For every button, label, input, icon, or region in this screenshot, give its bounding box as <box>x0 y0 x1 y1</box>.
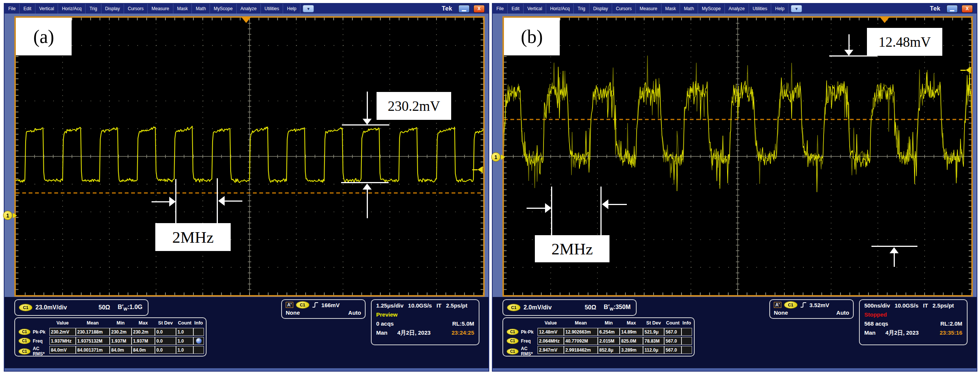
trigger-mode-label: Man <box>864 329 876 336</box>
col-header-max: Max <box>132 319 155 327</box>
channel-1-marker[interactable]: 1 <box>491 152 505 162</box>
col-header-min: Min <box>110 319 132 327</box>
menu-item-help[interactable]: Help <box>771 4 789 14</box>
menu-item-cursors[interactable]: Cursors <box>124 4 148 14</box>
table-cell: 3.289m <box>620 346 643 354</box>
table-cell: 2.947mV <box>538 346 564 354</box>
menu-item-mask[interactable]: Mask <box>662 4 680 14</box>
menu-item-measure[interactable]: Measure <box>636 4 662 14</box>
period-marker-line-right <box>600 187 601 235</box>
measurement-row-label: C1AC RMS* <box>506 346 538 356</box>
channel-1-badge: 1 <box>491 152 501 162</box>
menu-item-measure[interactable]: Measure <box>148 4 173 14</box>
table-cell-info <box>681 328 692 336</box>
menu-item-analyze[interactable]: Analyze <box>725 4 749 14</box>
resolution: 2.5ps/pt <box>446 302 468 309</box>
rising-edge-icon <box>800 302 807 308</box>
channel-1-marker[interactable]: 1 <box>3 211 17 220</box>
table-cell: 14.89m <box>620 328 643 336</box>
menu-items: FileEditVerticalHoriz/AcqTrigDisplayCurs… <box>5 4 301 14</box>
timebase-readout[interactable]: 500ns/div 10.0GS/s IT 2.5ps/pt Stopped 5… <box>859 299 967 345</box>
minimize-button[interactable] <box>947 5 958 13</box>
trigger-mode: None <box>286 310 300 316</box>
menu-item-math[interactable]: Math <box>192 4 210 14</box>
rising-edge-icon <box>312 302 319 308</box>
record-length: RL:2.0M <box>940 320 962 327</box>
menu-item-cursors[interactable]: Cursors <box>612 4 636 14</box>
amplitude-bottom-line <box>872 246 918 247</box>
period-arrow-left-icon <box>602 199 627 209</box>
amplitude-arrow-up-icon <box>889 247 899 267</box>
panel-label: (a) <box>16 18 72 56</box>
trigger-readout[interactable]: A′ C1 166mV None Auto <box>281 299 366 319</box>
graticule-screen <box>16 18 483 295</box>
measurement-table[interactable]: Value Mean Min Max St Dev Count Info C1P… <box>503 317 695 356</box>
menu-dropdown-button[interactable]: ▼ <box>303 5 314 13</box>
menu-item-horiz-acq[interactable]: Horiz/Acq <box>58 4 86 14</box>
menu-item-math[interactable]: Math <box>680 4 698 14</box>
menu-item-trig[interactable]: Trig <box>574 4 589 14</box>
menu-item-utilities[interactable]: Utilities <box>749 4 772 14</box>
trigger-level-value: 3.52mV <box>810 302 830 308</box>
menu-item-vertical[interactable]: Vertical <box>523 4 546 14</box>
channel-readout[interactable]: C1 2.0mV/div 50Ω B′W:350M <box>503 299 636 316</box>
channel-marker-arrow-icon <box>13 213 17 218</box>
oscilloscope-window: FileEditVerticalHoriz/AcqTrigDisplayCurs… <box>492 3 977 372</box>
readout-panel: C1 2.0mV/div 50Ω B′W:350M A′ C1 3.52mV N… <box>493 297 977 371</box>
trigger-level-arrow[interactable] <box>960 67 971 73</box>
menu-item-analyze[interactable]: Analyze <box>237 4 261 14</box>
menu-item-myscope[interactable]: MyScope <box>210 4 237 14</box>
trigger-readout[interactable]: A′ C1 3.52mV None Auto <box>769 299 854 319</box>
trigger-sweep: Auto <box>837 310 849 316</box>
date: 4月2日, 2023 <box>397 329 430 337</box>
acquisition-status: Stopped <box>864 311 962 318</box>
help-icon[interactable] <box>196 338 202 344</box>
minimize-button[interactable] <box>458 5 469 13</box>
acquisition-count: 0 acqs <box>376 320 394 327</box>
table-cell: 521.9μ <box>643 328 664 336</box>
close-button[interactable]: X <box>473 5 485 13</box>
trigger-sweep: Auto <box>348 310 361 316</box>
menu-item-vertical[interactable]: Vertical <box>35 4 58 14</box>
horizontal-scale: 1.25μs/div <box>376 302 404 309</box>
trigger-a-chip: A′ <box>774 302 781 308</box>
table-cell: 230.17188m <box>76 328 110 336</box>
menu-item-trig[interactable]: Trig <box>86 4 101 14</box>
menu-item-edit[interactable]: Edit <box>508 4 523 14</box>
table-cell: 1.937M <box>110 337 132 345</box>
menu-dropdown-button[interactable]: ▼ <box>791 5 802 13</box>
menu-item-horiz-acq[interactable]: Horiz/Acq <box>546 4 574 14</box>
acquisition-status: Preview <box>376 311 474 318</box>
resolution: 2.5ps/pt <box>932 302 954 309</box>
col-header-value: Value <box>538 319 564 327</box>
table-cell: 1.937MHz <box>49 337 76 345</box>
table-cell: 40.77092M <box>564 337 598 345</box>
table-cell: 567.0 <box>664 346 681 354</box>
channel-readout[interactable]: C1 23.0mV/div 50Ω B′W:1.0G <box>14 299 148 316</box>
frequency-annotation: 2MHz <box>535 235 609 262</box>
oscilloscope-window: FileEditVerticalHoriz/AcqTrigDisplayCurs… <box>4 3 489 372</box>
menu-item-display[interactable]: Display <box>102 4 124 14</box>
trigger-level-value: 166mV <box>321 302 340 308</box>
menu-item-utilities[interactable]: Utilities <box>261 4 283 14</box>
trigger-position-marker[interactable] <box>880 17 889 23</box>
table-cell: 84.001371m <box>76 346 110 354</box>
menu-item-display[interactable]: Display <box>590 4 612 14</box>
trigger-level-arrow[interactable] <box>472 166 483 173</box>
menu-item-file[interactable]: File <box>493 4 508 14</box>
channel-1-badge: 1 <box>3 211 13 220</box>
input-impedance: 50Ω <box>585 304 596 311</box>
measurement-row-label: C1Freq <box>18 337 49 345</box>
date: 4月2日, 2023 <box>885 329 919 337</box>
menu-item-myscope[interactable]: MyScope <box>698 4 725 14</box>
timebase-readout[interactable]: 1.25μs/div 10.0GS/s IT 2.5ps/pt Preview … <box>371 299 479 345</box>
close-button[interactable]: X <box>961 5 973 13</box>
menu-item-edit[interactable]: Edit <box>20 4 35 14</box>
screenshot-stage: FileEditVerticalHoriz/AcqTrigDisplayCurs… <box>0 0 980 375</box>
menu-item-help[interactable]: Help <box>283 4 301 14</box>
measurement-table[interactable]: Value Mean Min Max St Dev Count Info C1P… <box>14 317 207 356</box>
menu-item-mask[interactable]: Mask <box>173 4 192 14</box>
menu-item-file[interactable]: File <box>5 4 20 14</box>
table-cell: 2.064MHz <box>538 337 564 345</box>
trigger-position-marker[interactable] <box>241 17 251 23</box>
